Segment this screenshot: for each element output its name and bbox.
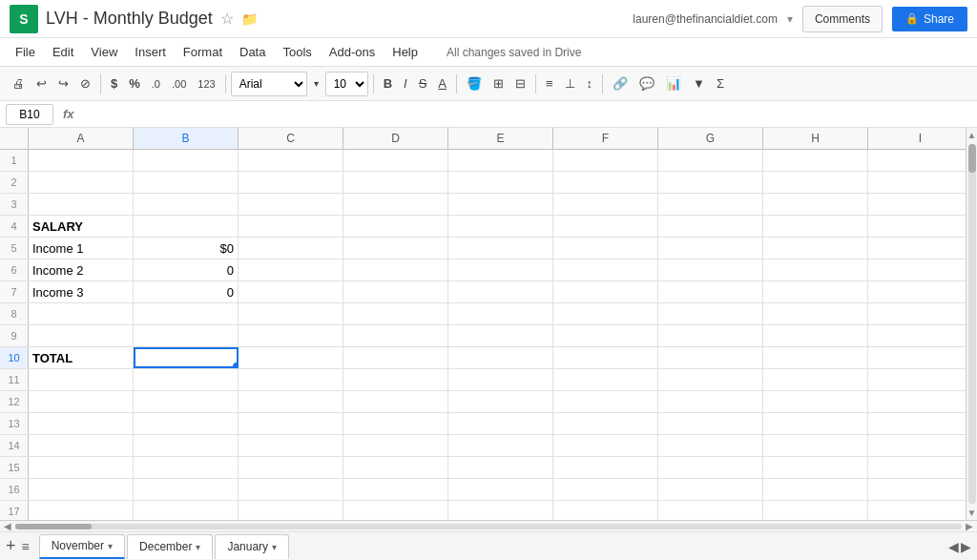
cell-b4[interactable] (134, 216, 239, 237)
cell-d7[interactable] (343, 281, 448, 302)
sheet-tab-december-dropdown[interactable]: ▾ (196, 542, 200, 552)
cell-c7[interactable] (239, 281, 343, 302)
cell-d2[interactable] (343, 172, 448, 193)
cell-d3[interactable] (343, 194, 448, 215)
paint-format-button[interactable]: ⊘ (75, 73, 95, 93)
col-header-d[interactable]: D (343, 128, 448, 149)
cell-a14[interactable] (29, 435, 134, 456)
cell-h2[interactable] (763, 172, 868, 193)
cell-e7[interactable] (448, 281, 553, 302)
cell-b9[interactable] (134, 325, 239, 346)
cell-g11[interactable] (658, 369, 763, 390)
sheet-tab-january[interactable]: January ▾ (215, 534, 289, 559)
cell-c11[interactable] (239, 369, 343, 390)
cell-c9[interactable] (239, 325, 343, 346)
cell-i2[interactable] (868, 172, 966, 193)
cell-f2[interactable] (553, 172, 658, 193)
cell-a13[interactable] (29, 413, 134, 434)
cell-g1[interactable] (658, 150, 763, 171)
cell-b15[interactable] (134, 457, 239, 478)
cell-f11[interactable] (553, 369, 658, 390)
cell-e1[interactable] (448, 150, 553, 171)
cell-d16[interactable] (343, 479, 448, 500)
cell-e2[interactable] (448, 172, 553, 193)
scroll-left-arrow[interactable]: ◀ (4, 521, 11, 531)
scroll-down-arrow[interactable]: ▼ (966, 506, 977, 520)
cell-g16[interactable] (658, 479, 763, 500)
menu-data[interactable]: Data (232, 41, 273, 63)
cell-h1[interactable] (763, 150, 868, 171)
menu-tools[interactable]: Tools (275, 41, 319, 63)
scroll-up-arrow[interactable]: ▲ (966, 128, 977, 142)
cell-c3[interactable] (239, 194, 343, 215)
cell-d4[interactable] (343, 216, 448, 237)
cell-e6[interactable] (448, 259, 553, 280)
cell-a11[interactable] (29, 369, 134, 390)
cell-a2[interactable] (29, 172, 134, 193)
cell-e13[interactable] (448, 413, 553, 434)
text-rotation-button[interactable]: ↕ (582, 73, 598, 93)
cell-f6[interactable] (553, 259, 658, 280)
col-header-f[interactable]: F (553, 128, 658, 149)
font-family-select[interactable]: Arial (231, 72, 307, 96)
merge-button[interactable]: ⊟ (510, 73, 530, 93)
cell-i11[interactable] (868, 369, 966, 390)
cell-e4[interactable] (448, 216, 553, 237)
cell-b10[interactable] (134, 347, 239, 368)
menu-view[interactable]: View (83, 41, 125, 63)
col-header-b[interactable]: B (134, 128, 239, 149)
cell-h4[interactable] (763, 216, 868, 237)
scroll-right-arrow[interactable]: ▶ (966, 521, 973, 531)
cell-i1[interactable] (868, 150, 966, 171)
fill-color-button[interactable]: 🪣 (462, 73, 487, 93)
cell-e10[interactable] (448, 347, 553, 368)
bold-button[interactable]: B (379, 73, 397, 93)
cell-i15[interactable] (868, 457, 966, 478)
cell-g15[interactable] (658, 457, 763, 478)
cell-i8[interactable] (868, 303, 966, 324)
cell-c12[interactable] (239, 391, 343, 412)
cell-a1[interactable] (29, 150, 134, 171)
col-header-c[interactable]: C (239, 128, 343, 149)
cell-h17[interactable] (763, 501, 868, 520)
col-header-h[interactable]: H (763, 128, 868, 149)
tab-scroll-left[interactable]: ◀ (948, 539, 959, 554)
cell-a6[interactable]: Income 2 (29, 259, 134, 280)
print-button[interactable]: 🖨 (8, 73, 30, 93)
cell-e5[interactable] (448, 238, 553, 259)
cell-d12[interactable] (343, 391, 448, 412)
cell-e11[interactable] (448, 369, 553, 390)
sheet-tab-december[interactable]: December ▾ (127, 534, 213, 559)
col-header-i[interactable]: I (868, 128, 966, 149)
cell-i12[interactable] (868, 391, 966, 412)
cell-i14[interactable] (868, 435, 966, 456)
document-title[interactable]: LVH - Monthly Budget (46, 9, 213, 29)
cell-e15[interactable] (448, 457, 553, 478)
cell-c16[interactable] (239, 479, 343, 500)
cell-e16[interactable] (448, 479, 553, 500)
cell-a15[interactable] (29, 457, 134, 478)
decrease-decimals-button[interactable]: .0 (147, 75, 165, 93)
vertical-scrollbar[interactable]: ▲ ▼ (966, 128, 977, 520)
cell-c1[interactable] (239, 150, 343, 171)
cell-e9[interactable] (448, 325, 553, 346)
cell-b11[interactable] (134, 369, 239, 390)
cell-h9[interactable] (763, 325, 868, 346)
cell-i3[interactable] (868, 194, 966, 215)
cell-g7[interactable] (658, 281, 763, 302)
scroll-thumb[interactable] (968, 144, 976, 173)
format-number-button[interactable]: 123 (193, 75, 219, 93)
cell-e14[interactable] (448, 435, 553, 456)
undo-button[interactable]: ↩ (31, 73, 52, 93)
cell-b3[interactable] (134, 194, 239, 215)
cell-b16[interactable] (134, 479, 239, 500)
redo-button[interactable]: ↪ (53, 73, 73, 93)
cell-e17[interactable] (448, 501, 553, 520)
function-button[interactable]: Σ (712, 73, 729, 93)
filter-button[interactable]: ▼ (688, 73, 710, 93)
valign-button[interactable]: ⊥ (560, 73, 580, 93)
menu-addons[interactable]: Add-ons (322, 41, 383, 63)
comments-button[interactable]: Comments (802, 6, 883, 32)
cell-g5[interactable] (658, 238, 763, 259)
cell-i10[interactable] (868, 347, 966, 368)
